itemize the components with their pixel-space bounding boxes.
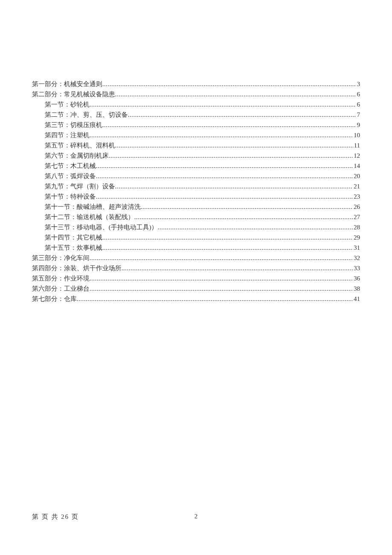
toc-entry-page: 10: [353, 130, 360, 140]
toc-leader-dots: [96, 171, 353, 181]
toc-entry-page: 28: [353, 222, 360, 232]
footer-page-number: 2: [194, 513, 198, 520]
toc-entry-page: 27: [353, 212, 360, 222]
toc-entry-text: 第七部分：仓库: [32, 294, 77, 304]
toc-leader-dots: [158, 222, 353, 232]
toc-entry: 第十三节：移动电器、(手持电动工具)）28: [32, 222, 360, 232]
toc-entry-page: 9: [356, 120, 360, 130]
toc-leader-dots: [134, 212, 353, 222]
toc-entry-page: 38: [353, 283, 360, 294]
toc-entry-page: 36: [353, 273, 360, 283]
toc-entry-text: 第十三节：移动电器、(手持电动工具)）: [45, 222, 158, 232]
toc-leader-dots: [141, 202, 353, 212]
toc-entry-text: 第十一节：酸碱油槽、超声波清洗: [45, 202, 141, 212]
toc-entry: 第五节：碎料机、混料机11: [32, 140, 360, 150]
toc-entry-text: 第四部分：涂装、烘干作业场所: [32, 263, 121, 273]
toc-entry-text: 第七节：木工机械: [45, 161, 96, 171]
toc-entry: 第三节：切模压痕机9: [32, 120, 360, 130]
toc-leader-dots: [102, 243, 353, 253]
toc-entry-page: 20: [353, 171, 360, 181]
toc-entry: 第九节：气焊（割）设备21: [32, 181, 360, 191]
toc-leader-dots: [89, 253, 353, 263]
toc-entry-text: 第五节：碎料机、混料机: [45, 140, 115, 150]
toc-entry-text: 第十五节：炊事机械: [45, 243, 102, 253]
toc-entry: 第二部分：常见机械设备隐患6: [32, 89, 360, 99]
toc-entry: 第二节：冲、剪、压、切设备7: [32, 110, 360, 120]
toc-entry-page: 6: [356, 89, 360, 99]
toc-leader-dots: [96, 191, 353, 202]
toc-entry: 第五部分：作业环境36: [32, 273, 360, 283]
toc-leader-dots: [102, 120, 356, 130]
toc-entry: 第一节：砂轮机6: [32, 99, 360, 110]
toc-entry: 第四部分：涂装、烘干作业场所33: [32, 263, 360, 273]
toc-entry: 第十四节：其它机械29: [32, 232, 360, 243]
toc-entry-text: 第九节：气焊（割）设备: [45, 181, 115, 191]
toc-entry: 第八节：弧焊设备20: [32, 171, 360, 181]
toc-entry-page: 21: [353, 181, 360, 191]
toc-entry-text: 第一部分：机械安全通则: [32, 79, 102, 89]
toc-leader-dots: [115, 89, 356, 99]
toc-entry: 第十二节：输送机械（装配线）27: [32, 212, 360, 222]
toc-entry-text: 第六节：金属切削机床: [45, 150, 109, 161]
toc-entry-page: 26: [353, 202, 360, 212]
toc-leader-dots: [89, 283, 353, 294]
toc-leader-dots: [102, 79, 356, 89]
toc-entry-text: 第十四节：其它机械: [45, 232, 102, 243]
toc-entry-text: 第十节：特种设备: [45, 191, 96, 202]
toc-entry-page: 7: [356, 110, 360, 120]
toc-leader-dots: [77, 294, 353, 304]
toc-entry-page: 6: [356, 99, 360, 110]
toc-leader-dots: [89, 273, 353, 283]
toc-entry-text: 第十二节：输送机械（装配线）: [45, 212, 134, 222]
toc-entry-text: 第五部分：作业环境: [32, 273, 89, 283]
toc-entry: 第七节：木工机械14: [32, 161, 360, 171]
toc-entry-page: 11: [353, 140, 360, 150]
footer-page-range: 第 页 共 26 页: [32, 513, 79, 521]
toc-entry-text: 第八节：弧焊设备: [45, 171, 96, 181]
toc-entry-page: 23: [353, 191, 360, 202]
toc-entry-page: 41: [353, 294, 360, 304]
toc-entry-page: 12: [353, 150, 360, 161]
table-of-contents: 第一部分：机械安全通则3第二部分：常见机械设备隐患6第一节：砂轮机6第二节：冲、…: [32, 79, 360, 304]
toc-entry: 第七部分：仓库41: [32, 294, 360, 304]
toc-entry: 第十节：特种设备23: [32, 191, 360, 202]
toc-leader-dots: [89, 99, 356, 110]
toc-entry-text: 第一节：砂轮机: [45, 99, 89, 110]
toc-entry-page: 31: [353, 243, 360, 253]
toc-entry-page: 3: [356, 79, 360, 89]
toc-leader-dots: [128, 110, 356, 120]
toc-entry-text: 第二部分：常见机械设备隐患: [32, 89, 115, 99]
toc-leader-dots: [115, 140, 353, 150]
toc-entry-text: 第二节：冲、剪、压、切设备: [45, 110, 128, 120]
toc-entry-page: 33: [353, 263, 360, 273]
toc-entry-text: 第三部分：净化车间: [32, 253, 89, 263]
toc-leader-dots: [109, 150, 353, 161]
document-page: 第一部分：机械安全通则3第二部分：常见机械设备隐患6第一节：砂轮机6第二节：冲、…: [0, 0, 392, 304]
toc-entry-page: 32: [353, 253, 360, 263]
toc-entry-page: 14: [353, 161, 360, 171]
toc-entry: 第十五节：炊事机械31: [32, 243, 360, 253]
toc-entry: 第六节：金属切削机床12: [32, 150, 360, 161]
toc-entry: 第一部分：机械安全通则3: [32, 79, 360, 89]
toc-entry-page: 29: [353, 232, 360, 243]
toc-leader-dots: [115, 181, 353, 191]
page-footer: 第 页 共 26 页 2: [0, 513, 392, 521]
toc-entry-text: 第六部分：工业梯台: [32, 283, 89, 294]
toc-entry: 第四节：注塑机10: [32, 130, 360, 140]
toc-entry-text: 第三节：切模压痕机: [45, 120, 102, 130]
toc-entry-text: 第四节：注塑机: [45, 130, 89, 140]
toc-leader-dots: [96, 161, 353, 171]
toc-entry: 第三部分：净化车间32: [32, 253, 360, 263]
toc-leader-dots: [102, 232, 353, 243]
toc-entry: 第十一节：酸碱油槽、超声波清洗26: [32, 202, 360, 212]
toc-leader-dots: [121, 263, 353, 273]
toc-entry: 第六部分：工业梯台38: [32, 283, 360, 294]
toc-leader-dots: [89, 130, 353, 140]
